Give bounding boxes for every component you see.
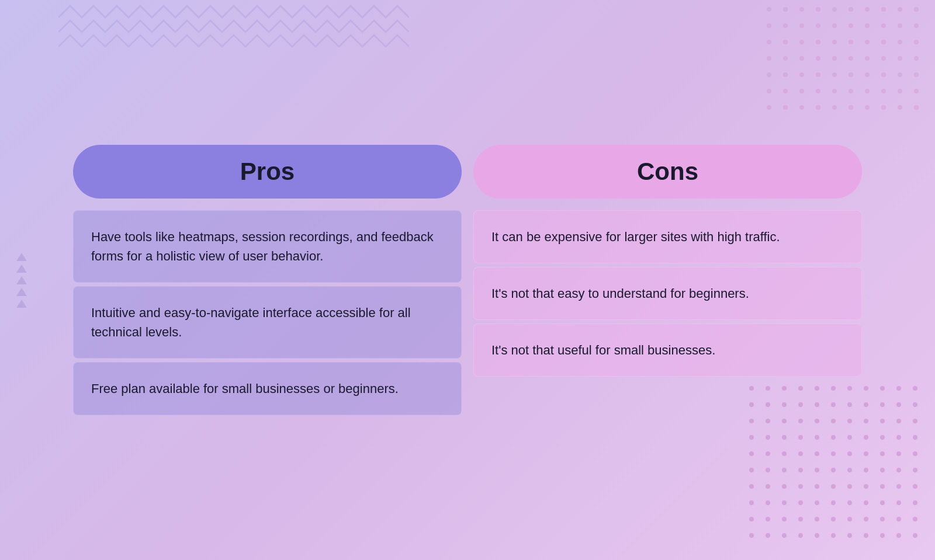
cons-item-3: It's not that useful for small businesse… [473, 324, 862, 377]
cons-item-1: It can be expensive for larger sites wit… [473, 210, 862, 263]
arrow-up-icon [16, 288, 27, 296]
left-arrow-decoration [16, 253, 27, 308]
pros-title: Pros [240, 158, 295, 185]
pros-column: Have tools like heatmaps, session record… [73, 210, 468, 415]
arrow-up-icon [16, 265, 27, 273]
pros-item-2: Intuitive and easy-to-navigate interface… [73, 286, 462, 359]
pros-item-3-text: Free plan available for small businesses… [91, 381, 399, 396]
pros-item-1: Have tools like heatmaps, session record… [73, 210, 462, 283]
pros-item-3: Free plan available for small businesses… [73, 362, 462, 415]
cons-header: Cons [473, 145, 862, 199]
cons-title: Cons [637, 158, 698, 185]
pros-header: Pros [73, 145, 462, 199]
cons-item-1-text: It can be expensive for larger sites wit… [491, 229, 780, 244]
pros-item-1-text: Have tools like heatmaps, session record… [91, 229, 434, 263]
cons-item-3-text: It's not that useful for small businesse… [491, 343, 715, 357]
arrow-up-icon [16, 300, 27, 308]
cons-item-2: It's not that easy to understand for beg… [473, 267, 862, 320]
cons-item-2-text: It's not that easy to understand for beg… [491, 286, 749, 301]
svg-rect-1 [766, 6, 929, 111]
arrow-up-icon [16, 276, 27, 284]
content-area: Have tools like heatmaps, session record… [73, 210, 862, 415]
main-container: Pros Cons Have tools like heatmaps, sess… [73, 145, 862, 415]
cons-column: It can be expensive for larger sites wit… [468, 210, 862, 415]
header-row: Pros Cons [73, 145, 862, 199]
pros-item-2-text: Intuitive and easy-to-navigate interface… [91, 305, 411, 339]
arrow-up-icon [16, 253, 27, 261]
